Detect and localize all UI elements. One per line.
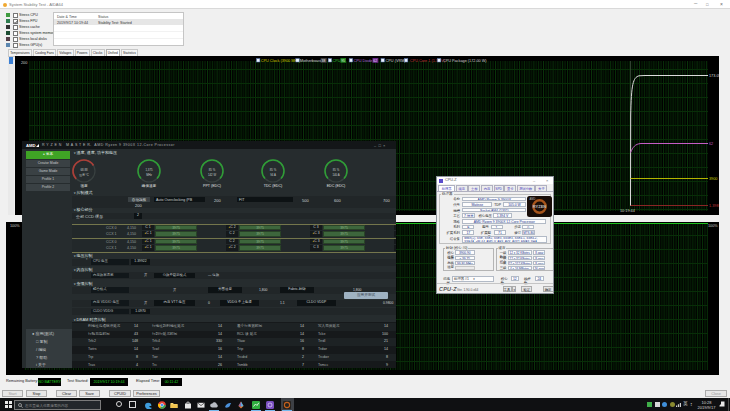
svg-text:38: 38: [322, 59, 326, 63]
svg-text:140 A: 140 A: [332, 173, 339, 177]
svg-text:TDC (EDC): TDC (EDC): [264, 184, 282, 188]
svg-text:3900: 3900: [709, 177, 717, 181]
svg-text:100%: 100%: [708, 224, 718, 228]
svg-text:10:19:44: 10:19:44: [620, 209, 635, 213]
svg-text:RYZEN: RYZEN: [533, 204, 547, 209]
svg-text:PPT (EDC): PPT (EDC): [203, 184, 221, 188]
svg-text:CPU Package (172.00 W): CPU Package (172.00 W): [443, 59, 487, 63]
svg-text:100%: 100%: [10, 224, 20, 228]
svg-text:CPU: CPU: [332, 59, 340, 63]
svg-text:AMD: AMD: [530, 197, 536, 201]
svg-text:62: 62: [373, 59, 377, 63]
svg-text:Motherboard: Motherboard: [300, 59, 322, 63]
svg-text:1.398: 1.398: [709, 204, 719, 208]
svg-text:CPU Clock (3900 MHz): CPU Clock (3900 MHz): [261, 59, 301, 63]
svg-text:温度: 温度: [80, 183, 88, 188]
svg-text:85 %: 85 %: [333, 168, 340, 172]
svg-text:68.88: 68.88: [81, 168, 88, 172]
svg-text:173.05: 173.05: [709, 74, 719, 78]
svg-text:85 %: 85 %: [209, 168, 216, 172]
svg-text:85 %: 85 %: [270, 168, 277, 172]
svg-text:200: 200: [21, 61, 27, 65]
svg-text:CPU (VRM): CPU (VRM): [386, 59, 407, 63]
svg-text:95: 95: [341, 59, 345, 63]
svg-text:CPU Diode: CPU Diode: [353, 59, 372, 63]
svg-text:62: 62: [709, 142, 713, 146]
svg-text:MHz: MHz: [146, 173, 152, 177]
svg-text:峰值速度: 峰值速度: [142, 183, 157, 188]
svg-text:温度 °C: 温度 °C: [78, 173, 89, 177]
svg-text:142 W: 142 W: [208, 173, 216, 177]
svg-text:EDC (EDC): EDC (EDC): [327, 184, 346, 188]
svg-text:1,375: 1,375: [146, 168, 153, 172]
svg-text:94 A: 94 A: [270, 173, 276, 177]
